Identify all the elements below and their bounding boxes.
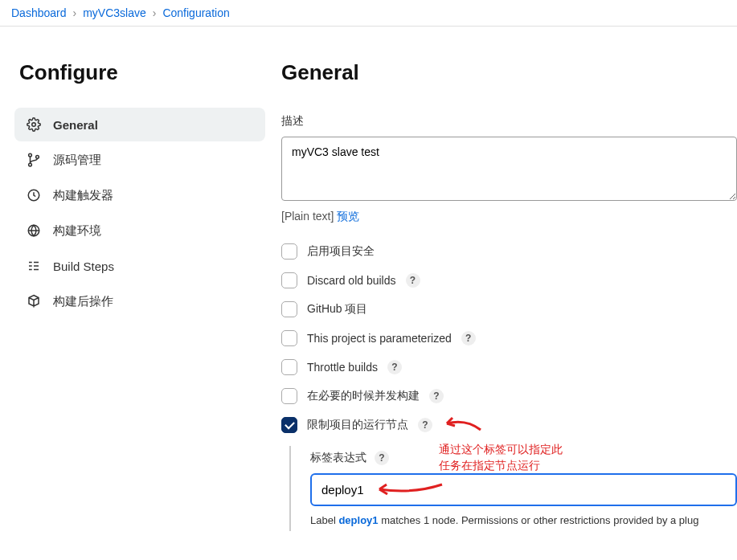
description-label: 描述: [281, 114, 737, 129]
gear-icon: [26, 116, 42, 133]
checkbox[interactable]: [281, 359, 297, 375]
check-parameterized: This project is parameterized ?: [281, 330, 737, 346]
checkbox[interactable]: [281, 301, 297, 317]
sidebar-item-label: 构建环境: [53, 223, 101, 239]
sidebar-item-label: 构建触发器: [53, 188, 113, 203]
sidebar-item-triggers[interactable]: 构建触发器: [14, 178, 265, 212]
checkbox[interactable]: [281, 330, 297, 346]
steps-icon: [26, 258, 42, 274]
checkbox-label: GitHub 项目: [307, 302, 367, 317]
sidebar-item-label: General: [53, 118, 98, 132]
plain-text-label: [Plain text]: [281, 210, 337, 223]
sidebar-item-environment[interactable]: 构建环境: [14, 214, 265, 247]
annotation-arrow-icon: [442, 415, 482, 435]
config-sidebar: Configure General 源码管理 构建触发器 构建环境: [0, 27, 265, 550]
svg-point-0: [32, 123, 36, 127]
sidebar-item-scm[interactable]: 源码管理: [14, 143, 265, 177]
description-textarea[interactable]: [281, 137, 737, 201]
checkbox[interactable]: [281, 243, 297, 260]
globe-icon: [26, 223, 42, 239]
sidebar-item-label: 源码管理: [53, 153, 101, 168]
branch-icon: [26, 152, 42, 168]
help-icon[interactable]: ?: [418, 418, 432, 432]
check-enable-security: 启用项目安全: [281, 243, 737, 260]
checkbox-label: Throttle builds: [307, 361, 378, 374]
checkbox-label: 启用项目安全: [307, 244, 375, 259]
breadcrumb-dashboard[interactable]: Dashboard: [11, 6, 67, 19]
svg-point-3: [36, 155, 39, 158]
svg-point-1: [29, 153, 32, 157]
sidebar-item-post-build[interactable]: 构建后操作: [14, 284, 265, 318]
help-icon[interactable]: ?: [406, 273, 420, 288]
breadcrumb-configuration[interactable]: Configuration: [162, 6, 229, 19]
label-expression-section: 标签表达式 ? Label deploy1 matches 1 node. Pe…: [289, 446, 737, 531]
check-throttle-builds: Throttle builds ?: [281, 359, 737, 375]
checkbox-label: Discard old builds: [307, 274, 396, 287]
sidebar-item-label: 构建后操作: [53, 294, 113, 309]
checkbox[interactable]: [281, 417, 297, 433]
check-restrict-node: 限制项目的运行节点 ?: [281, 417, 737, 433]
description-format-row: [Plain text] 预览: [281, 210, 737, 224]
checkbox[interactable]: [281, 388, 297, 404]
checkbox[interactable]: [281, 272, 297, 288]
help-icon[interactable]: ?: [429, 389, 444, 403]
breadcrumb-project[interactable]: myVC3slave: [83, 6, 146, 19]
sidebar-item-label: Build Steps: [53, 260, 114, 273]
preview-link[interactable]: 预览: [337, 210, 359, 223]
sidebar-item-general[interactable]: General: [14, 108, 265, 141]
label-validation-text: Label deploy1 matches 1 node. Permission…: [310, 514, 737, 526]
help-icon[interactable]: ?: [387, 360, 402, 374]
breadcrumb-separator: ›: [73, 6, 77, 19]
sidebar-title: Configure: [19, 60, 265, 85]
label-expression-input[interactable]: [310, 473, 737, 506]
box-export-icon: [26, 293, 42, 309]
svg-point-2: [29, 163, 32, 166]
checkbox-label: 在必要的时候并发构建: [307, 389, 420, 403]
checkbox-label: 限制项目的运行节点: [307, 418, 408, 432]
page-title: General: [281, 60, 737, 85]
breadcrumb-separator: ›: [153, 6, 157, 19]
checkbox-label: This project is parameterized: [307, 332, 452, 345]
breadcrumb: Dashboard › myVC3slave › Configuration: [0, 0, 737, 27]
check-concurrent-build: 在必要的时候并发构建 ?: [281, 388, 737, 404]
clock-icon: [26, 187, 42, 203]
sidebar-item-build-steps[interactable]: Build Steps: [14, 249, 265, 283]
help-icon[interactable]: ?: [375, 451, 389, 465]
config-content: General 描述 [Plain text] 预览 启用项目安全 Discar…: [265, 27, 737, 550]
help-icon[interactable]: ?: [461, 331, 476, 345]
check-github-project: GitHub 项目: [281, 301, 737, 317]
label-expression-label: 标签表达式: [310, 451, 366, 465]
check-discard-old-builds: Discard old builds ?: [281, 272, 737, 288]
